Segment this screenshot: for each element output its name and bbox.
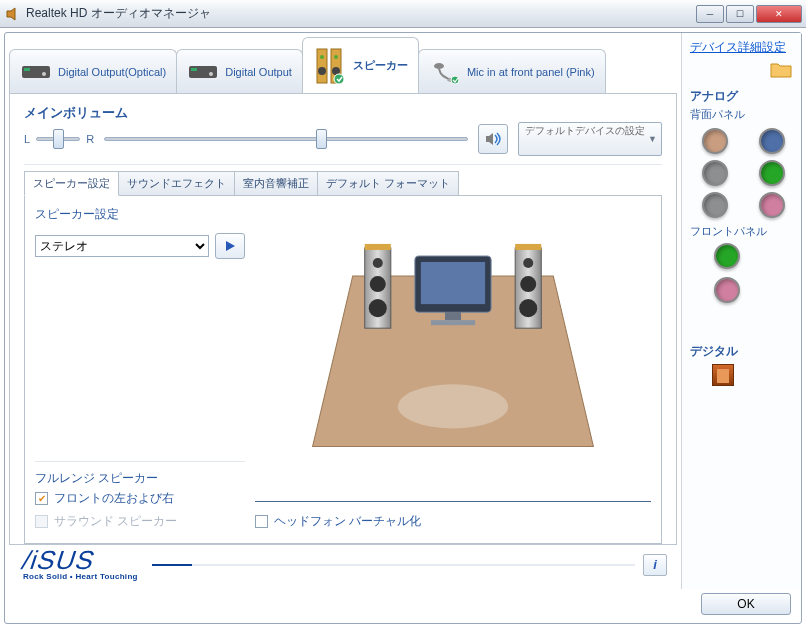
svg-rect-23	[365, 244, 391, 250]
balance-r: R	[86, 133, 94, 145]
jack-front-2[interactable]	[714, 277, 740, 303]
jack-rear-3[interactable]	[702, 160, 728, 186]
footer: /iSUS Rock Solid • Heart Touching i	[9, 545, 677, 589]
right-panel: デバイス詳細設定 アナログ 背面パネル フロントパネル デジタル	[681, 33, 801, 589]
ok-row: OK	[5, 589, 801, 623]
svg-rect-20	[445, 312, 461, 320]
jack-rear-2[interactable]	[759, 128, 785, 154]
svg-point-31	[519, 299, 537, 317]
tab-speakers[interactable]: スピーカー	[302, 37, 419, 93]
svg-rect-28	[515, 244, 541, 250]
ok-button[interactable]: OK	[701, 593, 791, 615]
svg-rect-0	[22, 66, 50, 78]
speaker-room-visual	[255, 206, 651, 497]
speaker-config-label: スピーカー設定	[35, 206, 245, 223]
tab-digital-output-optical[interactable]: Digital Output(Optical)	[9, 49, 177, 93]
jack-rear-4[interactable]	[759, 160, 785, 186]
digital-label: デジタル	[690, 343, 797, 360]
svg-point-26	[369, 299, 387, 317]
checkbox-label: フロントの左および右	[54, 490, 174, 507]
window-title: Realtek HD オーディオマネージャ	[26, 5, 694, 22]
svg-point-12	[334, 74, 344, 84]
folder-icon[interactable]	[769, 60, 793, 78]
checkbox-icon: ✔	[35, 492, 48, 505]
balance-slider[interactable]	[36, 137, 80, 141]
svg-rect-19	[421, 262, 485, 304]
tab-digital-output[interactable]: Digital Output	[176, 49, 303, 93]
close-button[interactable]: ✕	[756, 5, 802, 23]
receiver-icon	[187, 60, 219, 84]
checkbox-label: サラウンド スピーカー	[54, 513, 177, 530]
mute-button[interactable]	[478, 124, 508, 154]
brand-tagline: Rock Solid • Heart Touching	[23, 572, 138, 581]
svg-rect-1	[24, 68, 30, 71]
titlebar: Realtek HD オーディオマネージャ ─ ☐ ✕	[0, 0, 806, 28]
main-volume-label: メインボリューム	[24, 104, 662, 122]
svg-point-25	[370, 276, 386, 292]
svg-rect-4	[191, 68, 197, 71]
sub-tabs: スピーカー設定 サウンドエフェクト 室内音響補正 デフォルト フォーマット	[24, 171, 662, 196]
brand-logo: /iSUS	[19, 549, 141, 572]
tab-label: Digital Output(Optical)	[58, 66, 166, 78]
checkbox-icon	[255, 515, 268, 528]
tab-room-correction[interactable]: 室内音響補正	[234, 171, 318, 196]
device-tabs: Digital Output(Optical) Digital Output ス…	[9, 37, 677, 93]
speaker-left-icon	[365, 244, 391, 328]
svg-point-2	[42, 72, 46, 76]
tab-default-format[interactable]: デフォルト フォーマット	[317, 171, 459, 196]
svg-point-5	[209, 72, 213, 76]
default-device-dropdown[interactable]: デフォルトデバイスの設定	[518, 122, 662, 156]
rear-jacks	[690, 128, 797, 218]
svg-point-13	[434, 63, 444, 69]
tab-label: スピーカー	[353, 58, 408, 73]
jack-rear-5[interactable]	[702, 192, 728, 218]
jack-front-1[interactable]	[714, 243, 740, 269]
svg-point-24	[373, 258, 383, 268]
svg-point-17	[398, 384, 508, 428]
window-controls: ─ ☐ ✕	[694, 5, 802, 23]
jack-rear-1[interactable]	[702, 128, 728, 154]
microphone-icon	[429, 60, 461, 84]
jack-rear-6[interactable]	[759, 192, 785, 218]
default-device-label: デフォルトデバイスの設定	[525, 125, 645, 136]
svg-point-29	[523, 258, 533, 268]
tab-label: Digital Output	[225, 66, 292, 78]
play-test-button[interactable]	[215, 233, 245, 259]
maximize-button[interactable]: ☐	[726, 5, 754, 23]
speaker-config-panel: スピーカー設定 ステレオ フルレンジ スピーカー ✔ フロントの	[24, 195, 662, 544]
speaker-right-icon	[515, 244, 541, 328]
info-button[interactable]: i	[643, 554, 667, 576]
tab-speaker-config[interactable]: スピーカー設定	[24, 171, 119, 196]
app-icon	[4, 6, 20, 22]
main-volume-section: メインボリューム L R デフォルトデバイスの設定	[24, 104, 662, 165]
digital-jack-icon[interactable]	[712, 364, 734, 386]
tab-sound-effects[interactable]: サウンドエフェクト	[118, 171, 235, 196]
rear-panel-label: 背面パネル	[690, 107, 797, 122]
front-panel-label: フロントパネル	[690, 224, 797, 239]
speaker-config-select[interactable]: ステレオ	[35, 235, 209, 257]
checkbox-icon	[35, 515, 48, 528]
balance-l: L	[24, 133, 30, 145]
device-advanced-settings-link[interactable]: デバイス詳細設定	[690, 40, 786, 54]
svg-point-8	[318, 67, 326, 75]
speaker-icon	[313, 47, 347, 85]
svg-rect-3	[189, 66, 217, 78]
full-range-surround-checkbox: サラウンド スピーカー	[35, 510, 245, 533]
minimize-button[interactable]: ─	[696, 5, 724, 23]
main-volume-slider[interactable]	[104, 137, 468, 141]
tab-label: Mic in at front panel (Pink)	[467, 66, 595, 78]
svg-rect-6	[317, 49, 327, 83]
svg-point-10	[334, 55, 338, 59]
checkbox-label: ヘッドフォン バーチャル化	[274, 513, 421, 530]
receiver-icon	[20, 60, 52, 84]
headphone-virtualization-checkbox[interactable]: ヘッドフォン バーチャル化	[255, 510, 651, 533]
tab-mic-front-panel[interactable]: Mic in at front panel (Pink)	[418, 49, 606, 93]
svg-point-30	[520, 276, 536, 292]
full-range-front-checkbox[interactable]: ✔ フロントの左および右	[35, 487, 245, 510]
svg-rect-21	[431, 320, 475, 325]
svg-point-7	[320, 55, 324, 59]
full-range-label: フルレンジ スピーカー	[35, 470, 245, 487]
analog-label: アナログ	[690, 88, 797, 105]
